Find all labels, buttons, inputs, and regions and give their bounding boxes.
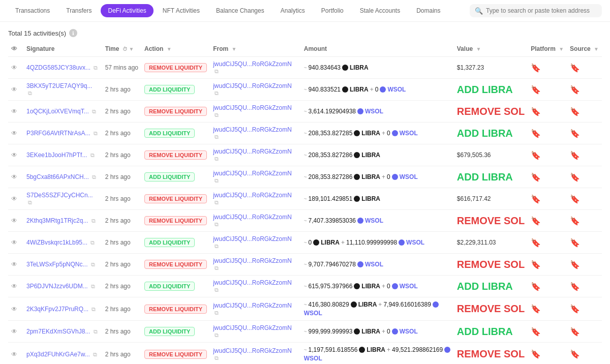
eye-icon[interactable]: 👁 xyxy=(11,130,17,137)
platform-icon[interactable]: 🔖 xyxy=(531,350,541,358)
from-link[interactable]: jwudCiJ5QU...RoRGkZzomN xyxy=(213,302,292,309)
platform-icon[interactable]: 🔖 xyxy=(531,64,541,72)
copy-icon[interactable]: ⧉ xyxy=(91,283,95,289)
copy-icon[interactable]: ⧉ xyxy=(92,174,96,180)
tab-portfolio[interactable]: Portfolio xyxy=(314,4,351,17)
platform-icon[interactable]: 🔖 xyxy=(531,151,541,160)
eye-icon[interactable]: 👁 xyxy=(11,306,17,313)
from-copy-icon[interactable]: ⧉ xyxy=(215,243,219,249)
token1-link[interactable]: LIBRA xyxy=(350,86,369,93)
signature-link[interactable]: pXq3d2FUhKrGAe7w... xyxy=(26,351,90,358)
from-link[interactable]: jwudCiJ5QU...RoRGkZzomN xyxy=(213,170,292,177)
source-icon[interactable]: 🔖 xyxy=(570,282,580,291)
from-link[interactable]: jwudCiJ5QU...RoRGkZzomN xyxy=(213,279,292,286)
copy-icon[interactable]: ⧉ xyxy=(28,199,32,205)
action-badge[interactable]: REMOVE LIQUIDITY xyxy=(144,260,207,269)
from-copy-icon[interactable]: ⧉ xyxy=(215,90,219,96)
copy-icon[interactable]: ⧉ xyxy=(90,152,95,158)
tab-analytics[interactable]: Analytics xyxy=(273,4,312,17)
token1-link[interactable]: WSOL xyxy=(365,217,383,224)
signature-link[interactable]: 4QZDG585JCY38uvx... xyxy=(26,64,90,71)
token2-link[interactable]: WSOL xyxy=(304,355,322,362)
signature-link[interactable]: 2K3qKFpv2J7PruRQ... xyxy=(26,306,88,313)
platform-icon[interactable]: 🔖 xyxy=(531,107,541,116)
action-badge[interactable]: REMOVE LIQUIDITY xyxy=(144,305,207,314)
token1-link[interactable]: LIBRA xyxy=(367,346,385,353)
token1-link[interactable]: LIBRA xyxy=(361,130,380,137)
from-link[interactable]: jwudCiJ5QU...RoRGkZzomN xyxy=(213,257,292,264)
eye-icon[interactable]: 👁 xyxy=(11,151,17,159)
from-link[interactable]: jwudCiJ5QU...RoRGkZzomN xyxy=(213,324,292,331)
from-copy-icon[interactable]: ⧉ xyxy=(215,355,219,361)
action-badge[interactable]: ADD LIQUIDITY xyxy=(144,282,195,291)
source-icon[interactable]: 🔖 xyxy=(570,217,580,225)
signature-link[interactable]: 3TeLWSxFp5pNQNc... xyxy=(26,261,87,268)
tab-nft-activities[interactable]: NFT Activities xyxy=(156,4,207,17)
platform-icon[interactable]: 🔖 xyxy=(531,327,541,336)
from-copy-icon[interactable]: ⧉ xyxy=(215,177,219,184)
action-badge[interactable]: ADD LIQUIDITY xyxy=(144,327,195,336)
copy-icon[interactable]: ⧉ xyxy=(91,261,95,267)
token1-link[interactable]: LIBRA xyxy=(358,301,377,308)
token1-link[interactable]: LIBRA xyxy=(361,195,380,202)
eye-icon[interactable]: 👁 xyxy=(11,64,17,71)
token1-link[interactable]: LIBRA xyxy=(361,173,380,180)
eye-icon[interactable]: 👁 xyxy=(11,328,17,335)
source-icon[interactable]: 🔖 xyxy=(570,173,580,181)
action-badge[interactable]: REMOVE LIQUIDITY xyxy=(144,150,207,160)
from-link[interactable]: jwudCiJ5QU...RoRGkZzomN xyxy=(213,347,292,354)
copy-icon[interactable]: ⧉ xyxy=(93,351,97,357)
signature-link[interactable]: 3P6DJVNJzzv6UDM... xyxy=(26,283,88,290)
from-copy-icon[interactable]: ⧉ xyxy=(215,199,219,205)
from-link[interactable]: jwudCiJ5QU...RoRGkZzomN xyxy=(213,235,292,242)
from-copy-icon[interactable]: ⧉ xyxy=(215,134,219,140)
tab-transactions[interactable]: Transactions xyxy=(8,4,57,17)
from-copy-icon[interactable]: ⧉ xyxy=(215,287,219,293)
from-copy-icon[interactable]: ⧉ xyxy=(215,156,219,162)
source-icon[interactable]: 🔖 xyxy=(570,305,580,313)
token2-link[interactable]: WSOL xyxy=(400,283,418,290)
value-filter-icon[interactable]: ▼ xyxy=(476,46,481,52)
token1-link[interactable]: WSOL xyxy=(365,108,383,115)
signature-link[interactable]: S7DeS5SZFJCyCHCn... xyxy=(26,192,93,199)
source-icon[interactable]: 🔖 xyxy=(570,195,580,203)
from-link[interactable]: jwudCiJ5QU...RoRGkZzomN xyxy=(213,104,292,111)
token1-link[interactable]: LIBRA xyxy=(321,239,340,246)
token2-link[interactable]: WSOL xyxy=(400,173,418,180)
tab-domains[interactable]: Domains xyxy=(409,4,447,17)
action-badge[interactable]: ADD LIQUIDITY xyxy=(144,129,195,138)
signature-link[interactable]: 4WiZBvskqrc1kLb95... xyxy=(26,239,87,246)
copy-icon[interactable]: ⧉ xyxy=(94,130,98,136)
from-copy-icon[interactable]: ⧉ xyxy=(215,332,219,338)
source-icon[interactable]: 🔖 xyxy=(570,238,580,247)
token2-link[interactable]: WSOL xyxy=(400,328,418,335)
action-badge[interactable]: REMOVE LIQUIDITY xyxy=(144,216,207,225)
platform-icon[interactable]: 🔖 xyxy=(531,195,541,203)
signature-link[interactable]: 2pm7EKdXmSGVhJ8... xyxy=(26,328,90,335)
from-link[interactable]: jwudCiJ5QU...RoRGkZzomN xyxy=(213,126,292,133)
platform-icon[interactable]: 🔖 xyxy=(531,260,541,269)
tab-defi-activities[interactable]: DeFi Activities xyxy=(101,4,153,17)
token1-link[interactable]: WSOL xyxy=(365,261,383,268)
platform-icon[interactable]: 🔖 xyxy=(531,238,541,247)
eye-icon[interactable]: 👁 xyxy=(11,239,17,246)
eye-icon[interactable]: 👁 xyxy=(11,108,17,115)
from-copy-icon[interactable]: ⧉ xyxy=(215,221,219,227)
source-icon[interactable]: 🔖 xyxy=(570,260,580,269)
token2-link[interactable]: WSOL xyxy=(400,130,418,137)
platform-icon[interactable]: 🔖 xyxy=(531,129,541,138)
platform-icon[interactable]: 🔖 xyxy=(531,305,541,313)
from-link[interactable]: jwudCiJ5QU...RoRGkZzomN xyxy=(213,82,292,89)
signature-link[interactable]: 2Kthq3MRtg1TRjc2q... xyxy=(26,217,88,224)
eye-icon[interactable]: 👁 xyxy=(11,217,17,224)
source-icon[interactable]: 🔖 xyxy=(570,85,580,94)
source-icon[interactable]: 🔖 xyxy=(570,327,580,336)
copy-icon[interactable]: ⧉ xyxy=(90,239,95,246)
eye-icon[interactable]: 👁 xyxy=(11,86,17,93)
copy-icon[interactable]: ⧉ xyxy=(92,306,96,312)
search-input[interactable] xyxy=(486,7,597,14)
token1-link[interactable]: LIBRA xyxy=(361,151,380,159)
from-link[interactable]: jwudCiJ5QU...RoRGkZzomN xyxy=(213,192,292,199)
token2-link[interactable]: WSOL xyxy=(406,239,424,246)
tab-transfers[interactable]: Transfers xyxy=(59,4,99,17)
